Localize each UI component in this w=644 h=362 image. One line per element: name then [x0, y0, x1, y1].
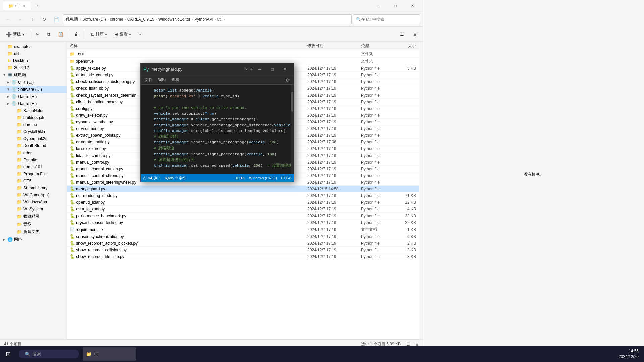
- search-input[interactable]: [361, 17, 417, 22]
- menu-edit[interactable]: 编辑: [155, 75, 169, 85]
- taskbar-search[interactable]: 🔍 搜索: [19, 350, 79, 358]
- editor-tab-add[interactable]: +: [250, 66, 253, 72]
- sidebar-item-crystal[interactable]: 📁 CrystalDikln: [0, 128, 67, 135]
- sidebar-item-desktop[interactable]: 🖥 Desktop: [0, 57, 67, 64]
- col-size-header[interactable]: 大小: [392, 43, 419, 49]
- sidebar-item-programfile[interactable]: 📁 Program File: [0, 170, 67, 177]
- editor-maximize-btn[interactable]: □: [266, 63, 279, 75]
- editor-code[interactable]: actor_list.append(vehicle) print('create…: [141, 85, 291, 174]
- breadcrumb-part[interactable]: util: [217, 17, 222, 22]
- sidebar-item-wpsystem[interactable]: 📁 WpSystem: [0, 205, 67, 213]
- editor-tab-close[interactable]: ×: [245, 67, 248, 72]
- back-btn[interactable]: ←: [3, 14, 13, 25]
- table-row[interactable]: 🐍 metryinghard.py 2024/12/15 14:58 Pytho…: [67, 186, 419, 192]
- table-row[interactable]: 🐍 no_rendering_mode.py 2024/12/7 17:19 P…: [67, 192, 419, 199]
- maximize-btn[interactable]: □: [388, 1, 403, 11]
- sidebar-item-steam[interactable]: 📁 SteamLibrary: [0, 184, 67, 191]
- sidebar-item-drive-e2[interactable]: ▶ 💿 Game (E:): [0, 100, 67, 107]
- sidebar-item-drive-d[interactable]: ▼ 💿 Software (D:): [0, 86, 67, 93]
- sidebar-item-fortnite[interactable]: 📁 Fortnite: [0, 156, 67, 163]
- breadcrumb-part[interactable]: WindowsNoEditor: [158, 17, 190, 22]
- editor-scrollbar[interactable]: [291, 85, 294, 174]
- file-type: Python file: [358, 167, 392, 171]
- breadcrumb-part[interactable]: CARLA_0.9.15: [127, 17, 154, 22]
- copy-btn[interactable]: ⧉: [44, 29, 54, 40]
- sidebar-item-examples[interactable]: 📁 examples: [0, 43, 67, 50]
- sidebar-item-wegame[interactable]: 📁 WeGameApp(: [0, 191, 67, 198]
- sidebar-item-qt5[interactable]: 📁 QT5: [0, 177, 67, 184]
- layout-detail-btn[interactable]: ⊟: [410, 29, 420, 40]
- sidebar-item-music[interactable]: 📁 音乐: [0, 220, 67, 228]
- forward-btn[interactable]: →: [15, 14, 25, 25]
- vertical-scrollbar[interactable]: [419, 42, 423, 339]
- no-preview-text: 没有预览。: [524, 172, 544, 177]
- sidebar-item-util[interactable]: 📁 util: [0, 50, 67, 57]
- table-row[interactable]: 🐍 raycast_sensor_testing.py 2024/12/7 17…: [67, 219, 419, 226]
- address-path[interactable]: 此电脑 › Software (D:) › chrome › CARLA_0.9…: [63, 14, 352, 24]
- table-row[interactable]: 🐍 osm_to_xodr.py 2024/12/7 17:19 Python …: [67, 206, 419, 213]
- delete-btn[interactable]: 🗑: [71, 29, 83, 40]
- col-name-header[interactable]: 名称: [67, 43, 305, 49]
- view-icon: ⊞: [114, 32, 118, 37]
- sidebar-item-edge[interactable]: 📁 edge: [0, 149, 67, 156]
- cut-btn[interactable]: ✂: [32, 29, 43, 40]
- sidebar-item-builders[interactable]: 📁 buildersgate: [0, 114, 67, 121]
- folder-icon: 📁: [17, 108, 22, 113]
- menu-view[interactable]: 查看: [169, 75, 182, 85]
- table-row[interactable]: 📁 _out 文件夹: [67, 50, 419, 58]
- editor-settings-btn[interactable]: ⚙: [283, 77, 293, 83]
- file-type: Python file: [358, 120, 392, 124]
- more-btn[interactable]: ···: [135, 29, 146, 40]
- explorer-tab[interactable]: 📁 util ×: [3, 2, 31, 10]
- table-row[interactable]: 🐍 open3d_lidar.py 2024/12/7 17:19 Python…: [67, 199, 419, 206]
- up-btn[interactable]: ↑: [27, 14, 38, 25]
- file-size: 6 KB: [392, 234, 419, 239]
- table-row[interactable]: 📄 requirements.txt 2024/12/7 17:19 文本文档 …: [67, 226, 419, 233]
- sidebar-item-network[interactable]: ▶ 🌐 网络: [0, 236, 67, 243]
- breadcrumb-part[interactable]: 此电脑: [66, 16, 78, 22]
- sidebar-item-2024[interactable]: 📁 2024-12: [0, 64, 67, 71]
- new-btn[interactable]: ➕ 新建 ▾: [3, 29, 28, 40]
- sidebar-item-games101[interactable]: 📁 games101: [0, 163, 67, 170]
- sidebar: 📁 examples 📁 util 🖥 Desktop 📁 2024-12 ▼: [0, 42, 67, 339]
- sidebar-item-computer[interactable]: ▼ 💻 此电脑: [0, 71, 67, 79]
- sidebar-item-drive-c[interactable]: ▶ 💿 C++ (C:): [0, 79, 67, 86]
- breadcrumb-part[interactable]: Software (D:): [82, 17, 106, 22]
- col-date-header[interactable]: 修改日期: [305, 43, 358, 49]
- editor-scrollbar-thumb[interactable]: [291, 92, 293, 112]
- taskbar-app-explorer[interactable]: 📁 util: [83, 347, 136, 361]
- table-row[interactable]: 🐍 show_recorder_actors_blocked.py 2024/1…: [67, 240, 419, 247]
- refresh-btn[interactable]: ↻: [39, 14, 50, 25]
- menu-file[interactable]: 文件: [142, 75, 155, 85]
- close-btn[interactable]: ✕: [405, 1, 420, 11]
- sidebar-item-chrome[interactable]: 📁 chrome: [0, 121, 67, 128]
- table-row[interactable]: 🐍 performance_benchmark.py 2024/12/7 17:…: [67, 213, 419, 219]
- sidebar-item-baidu[interactable]: 📁 BaiduNetdi: [0, 107, 67, 114]
- breadcrumb-part[interactable]: chrome: [110, 17, 123, 22]
- start-button[interactable]: ⊞: [0, 346, 16, 362]
- table-row[interactable]: 🐍 sensor_synchronization.py 2024/12/7 17…: [67, 233, 419, 240]
- sidebar-item-favorites[interactable]: 📁 收藏精灵: [0, 213, 67, 220]
- editor-minimize-btn[interactable]: ─: [253, 63, 266, 75]
- search-box[interactable]: 🔍: [353, 14, 420, 24]
- python-icon: 🐍: [70, 186, 75, 191]
- view-btn[interactable]: ⊞ 查看 ▾: [111, 29, 135, 40]
- col-type-header[interactable]: 类型: [358, 43, 392, 49]
- tab-close-btn[interactable]: ×: [23, 4, 25, 8]
- breadcrumb-part[interactable]: PythonAPI: [194, 17, 213, 22]
- sidebar-item-cyberpunk[interactable]: 📁 Cyberpunk2(: [0, 135, 67, 142]
- path-toggle-btn[interactable]: 📄: [51, 14, 62, 25]
- sort-btn[interactable]: ⇅ 排序 ▾: [87, 29, 110, 40]
- minimize-btn[interactable]: ─: [371, 1, 386, 11]
- sidebar-item-death[interactable]: 📁 DeathStrand: [0, 142, 67, 149]
- table-row[interactable]: 🐍 show_recorder_collisions.py 2024/12/7 …: [67, 247, 419, 253]
- table-row[interactable]: 🐍 show_recorder_file_info.py 2024/12/7 1…: [67, 253, 419, 260]
- sidebar-item-newfolder[interactable]: 📁 折建文夹: [0, 228, 67, 236]
- sidebar-item-windowsapp[interactable]: 📁 WindowsApp: [0, 198, 67, 205]
- sidebar-item-drive-e[interactable]: ▶ 💿 Game (E:): [0, 93, 67, 100]
- new-tab-btn[interactable]: +: [33, 1, 42, 11]
- address-bar: ← → ↑ ↻ 📄 此电脑 › Software (D:) › chrome ›…: [0, 12, 423, 27]
- editor-close-btn[interactable]: ✕: [279, 63, 291, 75]
- layout-list-btn[interactable]: ☰: [397, 29, 407, 40]
- paste-btn[interactable]: 📋: [54, 29, 67, 40]
